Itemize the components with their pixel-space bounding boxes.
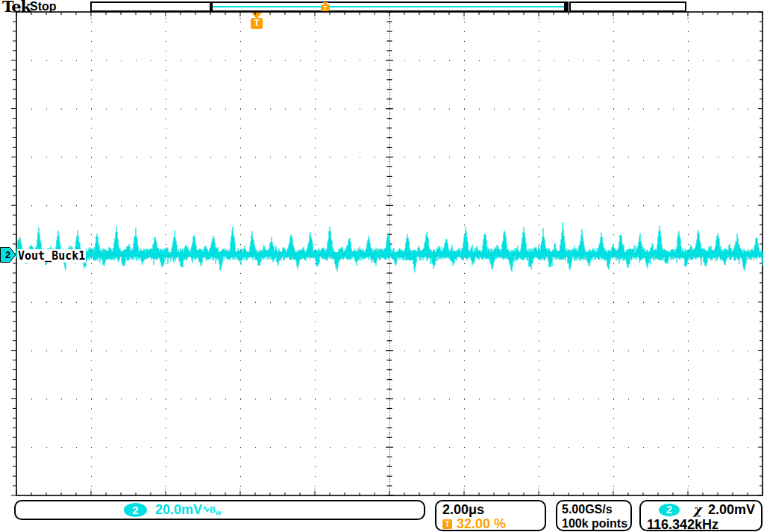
coupling-icon: ∿ [202, 504, 210, 514]
channel2-badge: 2 [124, 503, 147, 517]
graticule [0, 0, 764, 532]
trigger-position-percent: 32.00 % [457, 517, 506, 531]
acquisition-readout[interactable]: 5.00GS/s 100k points [556, 500, 632, 531]
channel2-waveform-label[interactable]: Vout_Buck1 [17, 249, 86, 263]
channel2-scale-readout[interactable]: 2 20.0mV∿BW [14, 500, 425, 520]
trigger-badge-icon: T [442, 519, 452, 529]
timebase-scale: 2.00μs [442, 502, 539, 517]
record-length: 100k points [562, 516, 626, 531]
bandwidth-limit-icon: BW [210, 505, 222, 514]
trigger-frequency: 116.342kHz [647, 517, 755, 532]
channel2-scale-text: 20.0mV∿BW [155, 502, 222, 518]
trigger-level: 2.00mV [708, 502, 755, 518]
horizontal-readout[interactable]: 2.00μs T 32.00 % [435, 500, 546, 531]
trigger-readout[interactable]: 2 χ 2.00mV 116.342kHz [639, 500, 763, 531]
sample-rate: 5.00GS/s [562, 502, 626, 516]
trigger-source-badge: 2 [659, 504, 680, 516]
trigger-slope-icon: χ [693, 502, 701, 517]
oscilloscope-screen: Tek Stop T T 2 Vout_Buck1 2 20.0mV∿BW 2.… [0, 0, 764, 532]
channel2-ref-number: 2 [5, 249, 10, 260]
channel2-reference-marker[interactable]: 2 [0, 247, 16, 263]
